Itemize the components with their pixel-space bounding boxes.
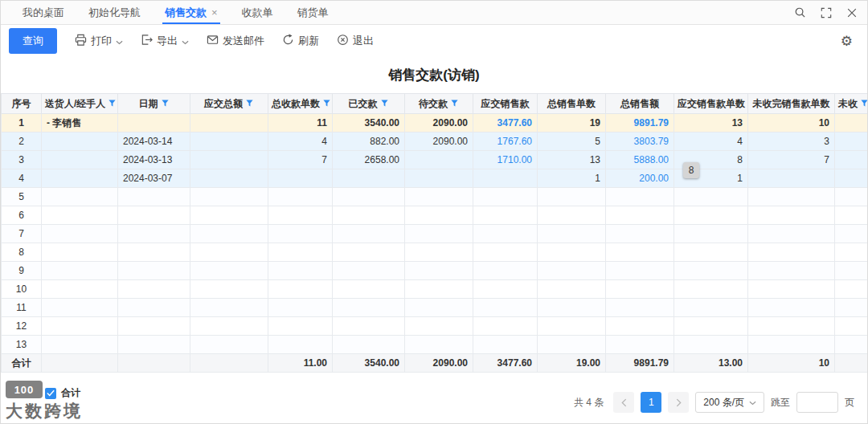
pagination: 共 4 条 1 200 条/页 跳至 页: [574, 392, 854, 413]
cell-paid: [333, 317, 405, 336]
cell-overflow: [835, 299, 868, 317]
send-email-button[interactable]: 发送邮件: [207, 34, 264, 48]
tab[interactable]: 销货单: [285, 1, 341, 24]
tab[interactable]: 我的桌面: [10, 1, 76, 24]
export-button[interactable]: 导出: [141, 34, 189, 48]
cell-sales_due_count: 13.00: [674, 354, 748, 373]
tab[interactable]: 销售交款×: [153, 1, 230, 24]
table-row[interactable]: 32024-03-1372658.001710.00135888.0087: [2, 151, 868, 169]
cell-total_due: [190, 336, 268, 354]
prev-page-button[interactable]: [613, 392, 634, 413]
query-button[interactable]: 查询: [9, 28, 57, 54]
sort-filter-icon[interactable]: [860, 99, 868, 110]
summary-checkbox[interactable]: [45, 388, 56, 399]
tab-label: 收款单: [242, 6, 273, 20]
jump-page-input[interactable]: [796, 392, 838, 413]
exit-button[interactable]: 退出: [337, 34, 374, 48]
cell-total_sales: 9891.79: [606, 354, 674, 373]
cell-unpaid_count: [748, 317, 835, 336]
table-row[interactable]: 8: [2, 243, 868, 262]
sort-filter-icon[interactable]: [450, 99, 459, 110]
column-header-date[interactable]: 日期: [118, 94, 190, 114]
table-row[interactable]: 7: [2, 225, 868, 243]
table-row[interactable]: 10: [2, 280, 868, 299]
tab[interactable]: 收款单: [230, 1, 285, 24]
cell-seq: 7: [2, 225, 42, 243]
cell-total_due: [190, 280, 268, 299]
cell-date: [118, 188, 190, 206]
cell-total_sales: [606, 188, 674, 206]
column-header-total_due[interactable]: 应交总额: [190, 94, 268, 114]
cell-seq: 2: [2, 132, 42, 151]
cell-overflow: [835, 317, 868, 336]
export-icon: [141, 34, 153, 48]
cell-handler: [42, 151, 118, 169]
cell-receipt_count: [268, 188, 333, 206]
cell-total_sales: [606, 317, 674, 336]
fullscreen-icon[interactable]: [821, 7, 832, 18]
page-unit-label: 页: [845, 396, 854, 410]
summary-label: 合计: [61, 386, 80, 400]
table-row[interactable]: 11: [2, 299, 868, 317]
cell-pending: [405, 188, 473, 206]
cell-unpaid_count: [748, 280, 835, 299]
column-header-pending[interactable]: 待交款: [405, 94, 473, 114]
cell-unpaid_count: 10: [748, 114, 835, 132]
table-body: 1- 李销售113540.002090.003477.60199891.7913…: [2, 114, 868, 373]
cell-pending: [405, 243, 473, 262]
cell-pending: [405, 169, 473, 188]
column-header-sales_orders: 总销售单数: [538, 94, 606, 114]
page-size-select[interactable]: 200 条/页: [695, 392, 764, 413]
cell-date: [118, 114, 190, 132]
printer-icon: [75, 34, 87, 48]
cell-handler: [42, 243, 118, 262]
sort-filter-icon[interactable]: [322, 99, 331, 110]
cell-receipt_count: 11: [268, 114, 333, 132]
tab-close-icon[interactable]: ×: [211, 7, 218, 18]
table-row[interactable]: 9: [2, 262, 868, 280]
cell-pending: [405, 280, 473, 299]
cell-receipt_count: [268, 225, 333, 243]
chevron-down-icon: [116, 35, 123, 47]
next-page-button[interactable]: [668, 392, 689, 413]
cell-pending: [405, 206, 473, 225]
column-header-handler[interactable]: 送货人/经手人: [42, 94, 118, 114]
page-number-button[interactable]: 1: [641, 392, 661, 413]
cell-receipt_count: [268, 317, 333, 336]
cell-unpaid_count: [748, 336, 835, 354]
table-row[interactable]: 6: [2, 206, 868, 225]
sort-filter-icon[interactable]: [245, 99, 254, 110]
table-row[interactable]: 12: [2, 317, 868, 336]
tab[interactable]: 初始化导航: [76, 1, 153, 24]
column-header-receipt_count[interactable]: 总收款单数: [268, 94, 333, 114]
table-row[interactable]: 13: [2, 336, 868, 354]
column-header-overflow[interactable]: 未收: [835, 94, 868, 114]
cell-total_due: [190, 188, 268, 206]
cell-total_due: [190, 225, 268, 243]
toolbar-right: ⚙: [841, 35, 859, 48]
table-row[interactable]: 22024-03-144882.002090.001767.6053803.79…: [2, 132, 868, 151]
window-close-icon[interactable]: [846, 7, 858, 18]
export-label: 导出: [157, 34, 178, 48]
cell-pending: 2090.00: [405, 114, 473, 132]
sort-filter-icon[interactable]: [161, 99, 170, 110]
cell-sales_orders: 19: [538, 114, 606, 132]
column-header-paid[interactable]: 已交款: [333, 94, 405, 114]
search-icon[interactable]: [794, 6, 806, 18]
cell-overflow: [835, 114, 868, 132]
cell-handler: [42, 354, 118, 373]
refresh-button[interactable]: 刷新: [282, 34, 319, 48]
cell-receipt_count: 4: [268, 132, 333, 151]
cell-sales_due_count: 13: [674, 114, 748, 132]
gear-icon[interactable]: ⚙: [841, 35, 853, 48]
table-row[interactable]: 1- 李销售113540.002090.003477.60199891.7913…: [2, 114, 868, 132]
table-row[interactable]: 42024-03-071200.001: [2, 169, 868, 188]
cell-unpaid_count: 7: [748, 151, 835, 169]
sort-filter-icon[interactable]: [380, 99, 389, 110]
print-button[interactable]: 打印: [75, 34, 123, 48]
cell-overflow: [835, 225, 868, 243]
table-row[interactable]: 5: [2, 188, 868, 206]
cell-overflow: [835, 169, 868, 188]
sort-filter-icon[interactable]: [108, 99, 117, 110]
summary-toggle[interactable]: 合计: [45, 386, 80, 400]
